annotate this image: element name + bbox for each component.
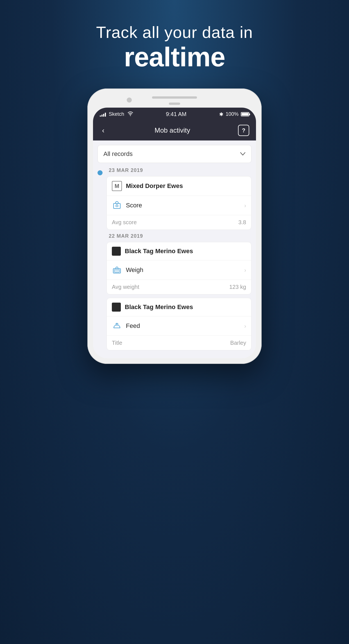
date-label-2: 22 MAR 2019 [106, 233, 251, 239]
stat-label-1: Avg score [112, 219, 137, 226]
mob-icon-m: M [112, 181, 122, 191]
action-label-feed: Feed [126, 322, 140, 330]
stat-label-2: Avg weight [112, 284, 139, 290]
camera-dot [127, 97, 132, 103]
signal-icon [100, 112, 106, 117]
signal-bar-4 [105, 113, 106, 117]
mob-name-1: Mixed Dorper Ewes [126, 182, 183, 190]
action-row-score[interactable]: Score › [107, 196, 251, 215]
activity-card-2: Black Tag Merino Ewes [106, 242, 251, 294]
activity-card-1: M Mixed Dorper Ewes [106, 176, 251, 230]
weigh-icon [112, 265, 122, 275]
mob-icon-black-2 [112, 303, 121, 312]
hero-title: realtime [96, 42, 253, 72]
action-row-feed[interactable]: Feed › [107, 316, 251, 336]
page-content: Track all your data in realtime Sketch [0, 0, 349, 364]
date-label-1: 23 MAR 2019 [106, 167, 251, 173]
battery-percent: 100% [226, 111, 239, 117]
feed-icon [112, 321, 122, 331]
mob-row-1: M Mixed Dorper Ewes [107, 176, 251, 196]
status-bar: Sketch 9:41 AM ✱ 100% [93, 108, 256, 120]
chevron-right-icon-2: › [244, 267, 246, 273]
stat-value-1: 3.8 [238, 219, 246, 226]
stat-row-2: Avg weight 123 kg [107, 280, 251, 294]
nav-title: Mob activity [155, 126, 190, 134]
status-right: ✱ 100% [219, 111, 249, 117]
content-area: All records 23 MAR 2019 M [93, 140, 256, 358]
status-time: 9:41 AM [166, 111, 186, 117]
status-left: Sketch [100, 111, 133, 117]
chevron-right-icon-3: › [244, 323, 246, 329]
mob-name-2: Black Tag Merino Ewes [125, 248, 193, 255]
mob-row-3: Black Tag Merino Ewes [107, 298, 251, 316]
chevron-down-icon [240, 151, 246, 157]
action-left-weigh: Weigh [112, 265, 143, 275]
stat-value-3: Barley [230, 340, 246, 346]
action-label-score: Score [126, 202, 142, 209]
battery-fill [242, 113, 248, 115]
filter-label: All records [103, 150, 133, 158]
signal-bar-3 [103, 114, 104, 117]
wifi-icon [128, 112, 133, 117]
hero-subtitle: Track all your data in [96, 22, 253, 42]
action-left-feed: Feed [112, 321, 140, 331]
signal-bar-2 [101, 115, 103, 117]
phone-frame: Sketch 9:41 AM ✱ 100% [87, 89, 262, 364]
back-button[interactable]: ‹ [100, 125, 107, 136]
action-label-weigh: Weigh [126, 266, 143, 274]
phone-screen: Sketch 9:41 AM ✱ 100% [93, 108, 256, 358]
bluetooth-icon: ✱ [219, 111, 223, 117]
mob-row-2: Black Tag Merino Ewes [107, 242, 251, 260]
help-button[interactable]: ? [238, 125, 249, 136]
mob-name-3: Black Tag Merino Ewes [125, 303, 193, 311]
filter-dropdown[interactable]: All records [98, 145, 251, 163]
stat-row-3: Title Barley [107, 336, 251, 350]
signal-bar-1 [100, 115, 101, 117]
chevron-right-icon-1: › [244, 202, 246, 209]
action-left: Score [112, 200, 142, 210]
hero-section: Track all your data in realtime [96, 22, 253, 72]
timeline-dot [98, 170, 103, 175]
stat-row-1: Avg score 3.8 [107, 215, 251, 230]
stat-label-3: Title [112, 340, 122, 346]
stat-value-2: 123 kg [229, 284, 246, 290]
battery-icon [241, 112, 249, 116]
nav-bar: ‹ Mob activity ? [93, 120, 256, 140]
timeline-section-1: 23 MAR 2019 M Mixed Dorper Ewes [98, 167, 251, 230]
mob-icon-black-1 [112, 247, 121, 256]
activity-card-3: Black Tag Merino Ewes [106, 298, 251, 350]
carrier-name: Sketch [109, 111, 124, 117]
score-icon [112, 200, 122, 210]
action-row-weigh[interactable]: Weigh › [107, 260, 251, 280]
timeline-section-2: 22 MAR 2019 Black Tag Merino Ewes [98, 233, 251, 350]
